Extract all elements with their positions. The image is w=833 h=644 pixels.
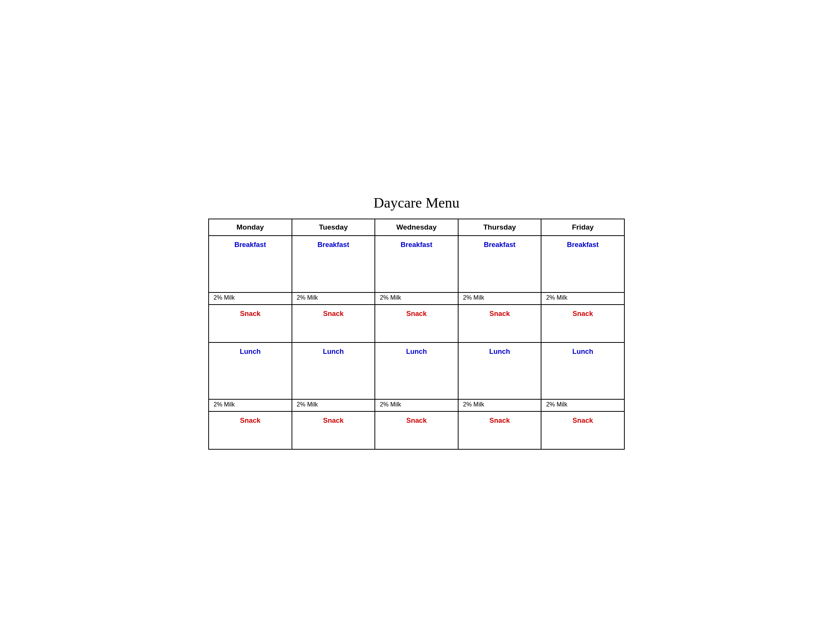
milk1-wednesday: 2% Milk <box>375 293 458 304</box>
snack1-label-monday: Snack <box>214 308 287 319</box>
snack1-label-wednesday: Snack <box>380 308 453 319</box>
lunch-friday: Lunch <box>541 343 624 399</box>
milk1-tuesday: 2% Milk <box>292 293 375 304</box>
milk2-thursday: 2% Milk <box>458 399 542 411</box>
snack2-label-thursday: Snack <box>463 415 537 425</box>
breakfast-thursday: Breakfast <box>458 236 542 293</box>
breakfast-wednesday: Breakfast <box>375 236 458 293</box>
milk2-tuesday: 2% Milk <box>292 399 375 411</box>
menu-table: Monday Tuesday Wednesday Thursday Friday… <box>208 219 625 450</box>
snack1-monday: Snack <box>209 304 292 343</box>
lunch-row: Lunch Lunch Lunch Lunch Lunch <box>209 343 624 399</box>
lunch-label-thursday: Lunch <box>463 346 537 356</box>
header-row: Monday Tuesday Wednesday Thursday Friday <box>209 219 624 236</box>
page-title: Daycare Menu <box>208 194 625 211</box>
lunch-monday: Lunch <box>209 343 292 399</box>
breakfast-label-friday: Breakfast <box>546 239 619 250</box>
breakfast-label-thursday: Breakfast <box>463 239 537 250</box>
breakfast-label-monday: Breakfast <box>214 239 287 250</box>
milk1-monday: 2% Milk <box>209 293 292 304</box>
snack2-thursday: Snack <box>458 411 542 449</box>
snack1-label-friday: Snack <box>546 308 619 319</box>
breakfast-label-tuesday: Breakfast <box>297 239 370 250</box>
snack1-tuesday: Snack <box>292 304 375 343</box>
page-container: Daycare Menu Monday Tuesday Wednesday Th… <box>208 194 625 450</box>
col-header-friday: Friday <box>541 219 624 236</box>
snack1-label-thursday: Snack <box>463 308 537 319</box>
lunch-tuesday: Lunch <box>292 343 375 399</box>
lunch-label-monday: Lunch <box>214 346 287 356</box>
snack2-label-monday: Snack <box>214 415 287 425</box>
snack-row-1: Snack Snack Snack Snack Snack <box>209 304 624 343</box>
snack1-wednesday: Snack <box>375 304 458 343</box>
snack1-friday: Snack <box>541 304 624 343</box>
milk-row-2: 2% Milk 2% Milk 2% Milk 2% Milk 2% Milk <box>209 399 624 411</box>
breakfast-friday: Breakfast <box>541 236 624 293</box>
milk1-thursday: 2% Milk <box>458 293 542 304</box>
breakfast-label-wednesday: Breakfast <box>380 239 453 250</box>
snack2-tuesday: Snack <box>292 411 375 449</box>
breakfast-row: Breakfast Breakfast Breakfast Breakfast … <box>209 236 624 293</box>
snack2-label-wednesday: Snack <box>380 415 453 425</box>
milk2-wednesday: 2% Milk <box>375 399 458 411</box>
lunch-wednesday: Lunch <box>375 343 458 399</box>
lunch-thursday: Lunch <box>458 343 542 399</box>
snack-row-2: Snack Snack Snack Snack Snack <box>209 411 624 449</box>
snack2-label-tuesday: Snack <box>297 415 370 425</box>
col-header-wednesday: Wednesday <box>375 219 458 236</box>
snack2-label-friday: Snack <box>546 415 619 425</box>
col-header-tuesday: Tuesday <box>292 219 375 236</box>
lunch-label-wednesday: Lunch <box>380 346 453 356</box>
milk2-monday: 2% Milk <box>209 399 292 411</box>
snack1-label-tuesday: Snack <box>297 308 370 319</box>
lunch-label-friday: Lunch <box>546 346 619 356</box>
snack2-wednesday: Snack <box>375 411 458 449</box>
lunch-label-tuesday: Lunch <box>297 346 370 356</box>
snack1-thursday: Snack <box>458 304 542 343</box>
snack2-monday: Snack <box>209 411 292 449</box>
snack2-friday: Snack <box>541 411 624 449</box>
breakfast-tuesday: Breakfast <box>292 236 375 293</box>
milk2-friday: 2% Milk <box>541 399 624 411</box>
col-header-thursday: Thursday <box>458 219 542 236</box>
breakfast-monday: Breakfast <box>209 236 292 293</box>
milk1-friday: 2% Milk <box>541 293 624 304</box>
col-header-monday: Monday <box>209 219 292 236</box>
milk-row-1: 2% Milk 2% Milk 2% Milk 2% Milk 2% Milk <box>209 293 624 304</box>
